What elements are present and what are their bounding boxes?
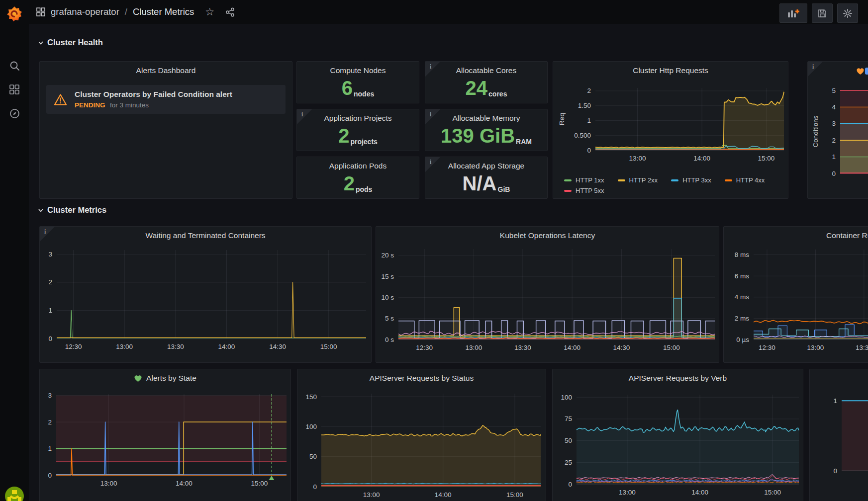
panel-cluster-http-requests: Cluster Http Requests 13:0014:0015:0000.… — [553, 61, 788, 199]
stat-title[interactable]: Application Pods — [329, 162, 386, 170]
svg-text:1: 1 — [48, 307, 52, 314]
alert-list-item[interactable]: Cluster Operators by Failed Condition al… — [46, 85, 286, 114]
legend-item[interactable]: HTTP 4xx — [725, 176, 765, 184]
stat-title[interactable]: Compute Nodes — [330, 66, 386, 75]
user-avatar[interactable] — [4, 486, 24, 501]
panel-info-corner[interactable] — [425, 157, 440, 172]
save-dashboard-button[interactable] — [812, 3, 833, 23]
avatar-icon — [4, 486, 24, 501]
conditions-chart[interactable]: 012345Conditions — [808, 62, 868, 198]
warning-triangle-icon — [54, 93, 67, 106]
add-panel-icon — [787, 8, 800, 19]
alerts-by-state-chart[interactable]: 13:0014:0015:000123 — [40, 369, 290, 501]
panel-title-alerts-dashboard[interactable]: Alerts Dashboard — [40, 62, 292, 80]
section-cluster-metrics[interactable]: Cluster Metrics — [38, 205, 106, 215]
sidebar-item-explore[interactable] — [0, 103, 29, 123]
stat-title[interactable]: Application Projects — [324, 114, 391, 123]
stat-title[interactable]: Allocated App Storage — [448, 162, 524, 170]
legend-swatch — [564, 179, 572, 181]
svg-text:3: 3 — [48, 250, 52, 258]
grafana-logo[interactable] — [0, 3, 29, 25]
chevron-down-icon — [38, 40, 44, 46]
panel-info-corner[interactable] — [425, 62, 440, 77]
svg-text:4: 4 — [832, 103, 836, 111]
svg-text:0: 0 — [568, 481, 572, 488]
stat-value: 2 pods — [344, 170, 373, 198]
svg-text:13:00: 13:00 — [619, 489, 636, 496]
dashboard-apps-icon[interactable] — [36, 7, 46, 17]
kubelet-latency-chart[interactable]: 12:3013:0013:3014:0014:3015:000 s5 s10 s… — [376, 227, 719, 362]
breadcrumb-separator: / — [125, 6, 127, 17]
svg-text:12:30: 12:30 — [759, 344, 775, 351]
dashboard-settings-button[interactable] — [837, 3, 858, 23]
panel-info-corner[interactable] — [297, 109, 312, 124]
share-button[interactable] — [225, 7, 235, 17]
panel-stat-compute-nodes: Compute Nodes 6 nodes — [296, 61, 419, 103]
svg-text:8 ms: 8 ms — [735, 251, 750, 258]
svg-text:14:00: 14:00 — [693, 155, 710, 162]
svg-text:1: 1 — [587, 117, 591, 124]
svg-text:4 ms: 4 ms — [735, 293, 750, 301]
waiting-terminated-chart[interactable]: 12:3013:0013:3014:0014:3015:000123 — [40, 227, 371, 362]
svg-text:1: 1 — [48, 445, 52, 452]
svg-text:0.500: 0.500 — [574, 132, 591, 139]
legend-item[interactable]: HTTP 5xx — [564, 187, 604, 194]
legend-label: HTTP 3xx — [682, 176, 711, 184]
svg-text:0: 0 — [833, 467, 837, 475]
panel-partial-bottom-right: 01 — [809, 369, 868, 501]
chevron-down-icon — [38, 207, 44, 213]
svg-text:5 s: 5 s — [385, 315, 394, 322]
svg-text:14:00: 14:00 — [435, 491, 452, 499]
sidebar-item-dashboards[interactable] — [0, 80, 29, 99]
svg-text:12:30: 12:30 — [65, 343, 82, 350]
breadcrumb-folder[interactable]: grafana-operator — [51, 6, 119, 17]
panel-alerts-dashboard: Alerts Dashboard Cluster Operators by Fa… — [39, 61, 292, 199]
panel-stat-allocatable-cores: i Allocatable Cores 24 cores — [425, 61, 548, 103]
svg-text:14:30: 14:30 — [269, 343, 286, 350]
star-button[interactable]: ☆ — [205, 6, 214, 18]
legend-item[interactable]: HTTP 3xx — [671, 176, 711, 184]
add-panel-button[interactable] — [779, 3, 807, 23]
legend-swatch — [618, 179, 625, 181]
grafana-dashboard: { "header": { "breadcrumb_folder": "graf… — [0, 0, 868, 501]
svg-text:13:30: 13:30 — [514, 344, 531, 351]
breadcrumb-page[interactable]: Cluster Metrics — [133, 6, 194, 17]
grafana-logo-icon — [6, 5, 23, 22]
svg-text:3: 3 — [832, 120, 836, 127]
legend-label: HTTP 1xx — [576, 176, 604, 184]
svg-text:3: 3 — [48, 392, 52, 399]
legend-swatch — [564, 190, 572, 192]
svg-text:2: 2 — [48, 278, 52, 286]
svg-text:0: 0 — [48, 472, 52, 479]
legend-item[interactable]: HTTP 2xx — [618, 176, 658, 184]
svg-text:25: 25 — [565, 459, 572, 466]
stat-title[interactable]: Allocatable Memory — [452, 114, 520, 123]
panel-apiserver-requests-by-verb: APIServer Requests by Verb 13:0014:0015:… — [552, 369, 803, 501]
svg-text:14:00: 14:00 — [564, 344, 580, 351]
svg-text:6 ms: 6 ms — [735, 272, 750, 280]
alert-name: Cluster Operators by Failed Condition al… — [75, 90, 232, 99]
svg-text:0 s: 0 s — [385, 336, 394, 343]
svg-text:13:00: 13:00 — [100, 480, 117, 487]
section-cluster-health[interactable]: Cluster Health — [38, 38, 103, 47]
stat-value: 139 GiB RAM — [441, 123, 532, 151]
svg-text:Conditions: Conditions — [812, 115, 819, 147]
sidebar-item-search[interactable] — [0, 56, 29, 76]
svg-text:0: 0 — [48, 335, 52, 342]
apiserver-status-chart[interactable]: 13:0014:0015:00050100150 — [297, 369, 546, 501]
partial-bottom-chart[interactable]: 01 — [810, 369, 868, 501]
stat-title[interactable]: Allocatable Cores — [456, 66, 516, 75]
container-runtime-chart[interactable]: 12:3013:0013:3014:0014:3015:000 µs2 ms4 … — [724, 227, 868, 362]
legend-label: HTTP 4xx — [736, 176, 765, 184]
apiserver-verb-chart[interactable]: 13:0014:0015:000255075100 — [553, 369, 803, 501]
stat-value: N/A GiB — [463, 170, 510, 198]
svg-text:2 ms: 2 ms — [735, 315, 750, 322]
svg-text:15:00: 15:00 — [506, 491, 523, 499]
panel-info-corner[interactable] — [425, 109, 440, 124]
svg-text:15 s: 15 s — [381, 273, 394, 280]
legend-item[interactable]: HTTP 1xx — [564, 176, 604, 184]
svg-text:0: 0 — [587, 147, 591, 154]
alert-duration: for 3 minutes — [110, 101, 149, 109]
search-icon — [9, 60, 20, 72]
svg-text:15:00: 15:00 — [758, 155, 774, 162]
